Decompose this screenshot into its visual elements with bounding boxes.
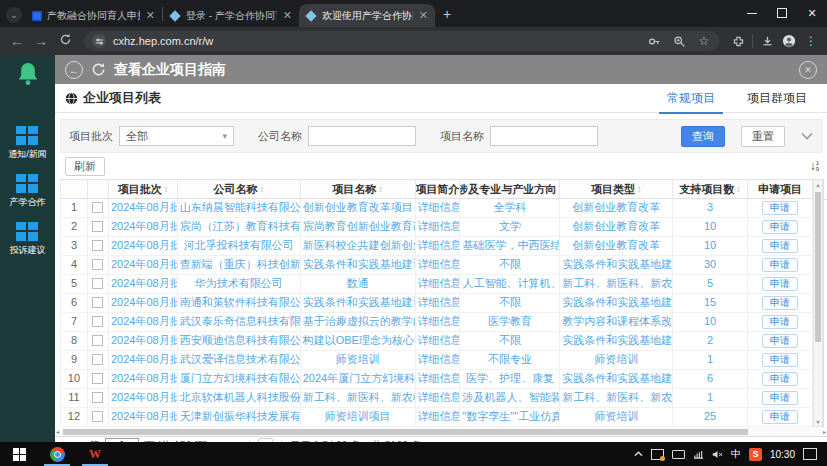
detail-link[interactable]: 详细信息 xyxy=(416,237,461,255)
action-center-icon[interactable] xyxy=(803,448,817,460)
back-circle-icon[interactable]: ← xyxy=(65,61,83,79)
taskbar-wps-button[interactable]: W xyxy=(76,442,114,466)
detail-link[interactable]: 详细信息 xyxy=(416,275,461,293)
apply-button[interactable]: 申请 xyxy=(762,315,798,329)
refresh-grid-button[interactable]: 刷新 xyxy=(65,157,105,176)
sort-icon[interactable]: ↕ xyxy=(164,184,169,194)
horizontal-scroll-thumb[interactable] xyxy=(63,429,748,435)
row-checkbox[interactable] xyxy=(92,354,103,365)
query-button[interactable]: 查询 xyxy=(681,126,725,147)
bell-icon[interactable] xyxy=(17,62,39,90)
sidebar-item-feedback[interactable]: 投诉建议 xyxy=(9,222,45,257)
extensions-icon[interactable] xyxy=(730,33,746,49)
apply-button[interactable]: 申请 xyxy=(762,220,798,234)
detail-link[interactable]: 详细信息 xyxy=(416,218,461,236)
vertical-scroll-thumb[interactable] xyxy=(815,192,821,342)
sort-icon[interactable]: ↕ xyxy=(736,184,741,194)
vertical-scrollbar[interactable]: ▴ ▾ xyxy=(813,179,823,427)
forward-icon[interactable]: → xyxy=(32,33,50,49)
row-checkbox[interactable] xyxy=(92,392,103,403)
apply-button[interactable]: 申请 xyxy=(762,239,798,253)
project-name-input[interactable] xyxy=(490,126,598,146)
apply-button[interactable]: 申请 xyxy=(762,372,798,386)
bookmark-star-icon[interactable]: ☆ xyxy=(696,33,712,49)
tab-search-icon[interactable]: ⌄ xyxy=(6,7,22,23)
power-icon[interactable] xyxy=(672,450,685,459)
close-window-button[interactable]: ✕ xyxy=(797,0,827,26)
sort-numeric-icon[interactable]: ↓19 xyxy=(810,159,819,173)
browser-tab-3-active[interactable]: 欢迎使用产学合作协同育人项目... ✕ xyxy=(299,4,435,27)
tray-expand-icon[interactable] xyxy=(634,451,643,457)
column-header-3[interactable]: 项目名称↕ xyxy=(301,180,416,198)
start-button[interactable] xyxy=(0,442,38,466)
taskbar-chrome-button[interactable] xyxy=(38,442,76,466)
sort-icon[interactable]: ↕ xyxy=(378,184,383,194)
row-checkbox[interactable] xyxy=(92,278,103,289)
apply-button[interactable]: 申请 xyxy=(762,201,798,215)
scroll-left-icon[interactable]: ◂ xyxy=(56,428,59,436)
scroll-right-icon[interactable]: ▸ xyxy=(823,428,826,436)
row-checkbox[interactable] xyxy=(92,297,103,308)
batch-select[interactable]: 全部 ▾ xyxy=(119,126,234,146)
apply-button[interactable]: 申请 xyxy=(762,277,798,291)
apply-button[interactable]: 申请 xyxy=(762,296,798,310)
column-header-1[interactable]: 项目批次↕ xyxy=(109,180,178,198)
sort-icon[interactable]: ↕ xyxy=(260,184,265,194)
row-checkbox[interactable] xyxy=(92,202,103,213)
detail-link[interactable]: 详细信息 xyxy=(416,408,461,426)
apply-button[interactable]: 申请 xyxy=(762,334,798,348)
apply-button[interactable]: 申请 xyxy=(762,391,798,405)
row-checkbox[interactable] xyxy=(92,411,103,422)
tab-close-icon[interactable]: ✕ xyxy=(145,9,156,22)
row-checkbox[interactable] xyxy=(92,221,103,232)
column-header-6[interactable]: 项目类型↕ xyxy=(560,180,673,198)
tab-project-group[interactable]: 项目群项目 xyxy=(745,84,809,113)
sidebar-item-cooperation[interactable]: 产学合作 xyxy=(9,174,45,209)
detail-link[interactable]: 详细信息 xyxy=(416,294,461,312)
row-checkbox[interactable] xyxy=(92,259,103,270)
browser-tab-2[interactable]: 登录 - 产学合作协同育人项目平... ✕ xyxy=(163,4,299,27)
collapse-chevron-icon[interactable] xyxy=(801,132,813,140)
tab-close-icon[interactable]: ✕ xyxy=(282,9,293,22)
tab-close-icon[interactable]: ✕ xyxy=(418,9,429,22)
volume-muted-icon[interactable] xyxy=(712,450,723,459)
detail-link[interactable]: 详细信息 xyxy=(416,256,461,274)
reset-button[interactable]: 重置 xyxy=(741,126,785,147)
detail-link[interactable]: 详细信息 xyxy=(416,199,461,217)
refresh-page-icon[interactable] xyxy=(91,62,106,77)
row-checkbox[interactable] xyxy=(92,240,103,251)
detail-link[interactable]: 详细信息 xyxy=(416,332,461,350)
notification-badge-icon[interactable] xyxy=(651,449,664,460)
ime-indicator[interactable]: 中 xyxy=(731,447,741,461)
detail-link[interactable]: 详细信息 xyxy=(416,370,461,388)
detail-link[interactable]: 详细信息 xyxy=(416,389,461,407)
password-key-icon[interactable] xyxy=(646,33,662,49)
profile-avatar-icon[interactable] xyxy=(781,33,797,49)
network-icon[interactable] xyxy=(693,450,704,459)
new-tab-button[interactable]: + xyxy=(443,6,451,22)
apply-button[interactable]: 申请 xyxy=(762,258,798,272)
scroll-down-icon[interactable]: ▾ xyxy=(814,418,822,425)
sogou-input-icon[interactable]: S xyxy=(749,448,762,461)
detail-link[interactable]: 详细信息 xyxy=(416,313,461,331)
apply-button[interactable]: 申请 xyxy=(762,353,798,367)
scroll-up-icon[interactable]: ▴ xyxy=(814,181,822,188)
column-header-5[interactable]: 涉及专业与产业方向↕ xyxy=(460,180,560,198)
site-info-icon[interactable] xyxy=(92,34,106,48)
download-icon[interactable] xyxy=(759,33,775,49)
back-icon[interactable]: ← xyxy=(8,33,26,49)
reload-icon[interactable] xyxy=(56,33,74,49)
taskbar-clock[interactable]: 10:30 xyxy=(770,449,795,460)
sidebar-item-news[interactable]: 通知/新闻 xyxy=(8,126,47,161)
menu-kebab-icon[interactable]: ⋮ xyxy=(803,33,819,49)
row-checkbox[interactable] xyxy=(92,335,103,346)
maximize-button[interactable] xyxy=(767,0,797,26)
column-header-2[interactable]: 公司名称↕ xyxy=(178,180,301,198)
horizontal-scrollbar[interactable]: ◂ ▸ xyxy=(55,428,827,436)
detail-link[interactable]: 详细信息 xyxy=(416,351,461,369)
close-page-icon[interactable]: ✕ xyxy=(799,61,817,79)
row-checkbox[interactable] xyxy=(92,373,103,384)
tab-regular-projects[interactable]: 常规项目 xyxy=(665,84,717,113)
browser-tab-1[interactable]: 产教融合协同育人申报平台_百... ✕ xyxy=(26,4,162,27)
zoom-icon[interactable] xyxy=(671,33,687,49)
